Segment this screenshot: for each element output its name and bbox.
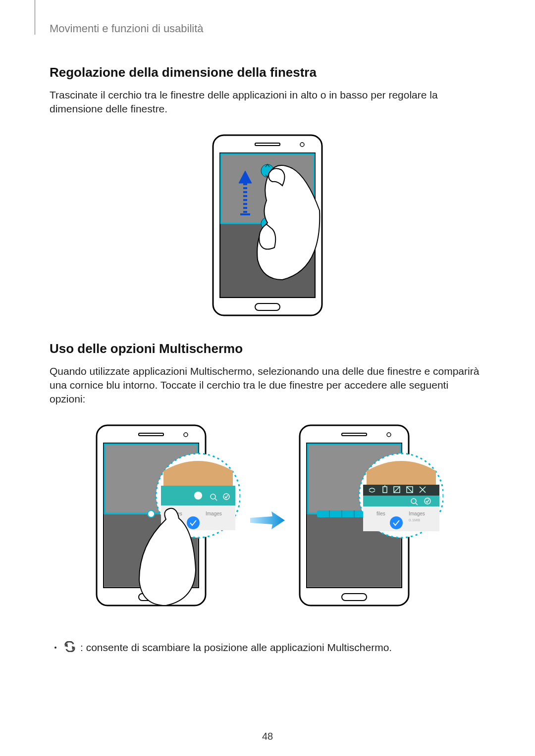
right-arrow-icon [250, 510, 285, 532]
svg-rect-45 [363, 485, 439, 496]
svg-text:files: files [376, 511, 385, 516]
bullet-dot-icon [54, 647, 56, 649]
svg-point-57 [390, 516, 403, 529]
section-1-title: Regolazione della dimensione della fines… [50, 65, 485, 80]
figure-1-row [50, 131, 485, 321]
phone-illustration-options: files Images 0.1MB [295, 421, 443, 621]
section-2-title: Uso delle opzioni Multischermo [50, 341, 485, 356]
bullet-swap-text: : consente di scambiare la posizione all… [80, 642, 392, 654]
svg-text:0.1MB: 0.1MB [409, 518, 420, 522]
page-number: 48 [0, 731, 535, 742]
running-header: Movimenti e funzioni di usabilità [50, 22, 485, 35]
svg-point-18 [148, 510, 155, 517]
svg-marker-30 [250, 511, 285, 529]
svg-text:Images: Images [409, 511, 425, 516]
svg-point-22 [194, 492, 202, 500]
phone-illustration-drag [208, 131, 327, 321]
svg-point-29 [187, 516, 200, 529]
swap-icon [63, 641, 76, 655]
left-margin-rule [35, 0, 35, 35]
svg-text:Images: Images [206, 511, 222, 516]
phone-illustration-tap: files Images [92, 421, 240, 621]
figure-2-row: files Images [50, 421, 485, 621]
bullet-swap: : consente di scambiare la posizione all… [50, 641, 485, 655]
section-1-body: Trascinate il cerchio tra le finestre de… [50, 88, 485, 116]
section-2-body: Quando utilizzate applicazioni Multische… [50, 364, 485, 406]
page: Movimenti e funzioni di usabilità Regola… [0, 0, 535, 756]
